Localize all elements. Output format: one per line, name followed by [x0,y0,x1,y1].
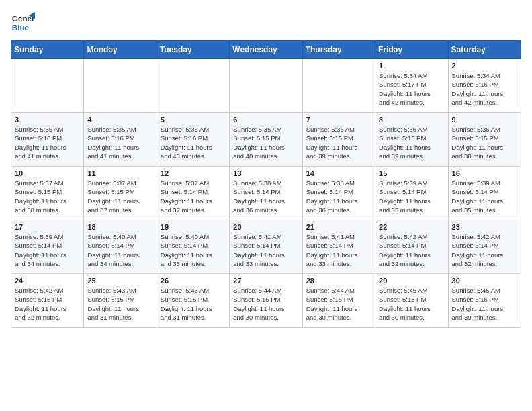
calendar-cell: 8Sunrise: 5:36 AM Sunset: 5:15 PM Daylig… [375,113,448,167]
day-number: 11 [87,169,152,177]
day-number: 21 [306,223,371,231]
calendar-cell: 26Sunrise: 5:43 AM Sunset: 5:15 PM Dayli… [157,274,229,328]
calendar-week-row: 10Sunrise: 5:37 AM Sunset: 5:15 PM Dayli… [11,167,521,220]
calendar-cell: 22Sunrise: 5:42 AM Sunset: 5:14 PM Dayli… [375,220,448,274]
day-info: Sunrise: 5:37 AM Sunset: 5:15 PM Dayligh… [15,179,80,214]
calendar-table: SundayMondayTuesdayWednesdayThursdayFrid… [11,40,521,328]
day-info: Sunrise: 5:38 AM Sunset: 5:14 PM Dayligh… [233,179,298,214]
day-number: 25 [87,277,152,285]
calendar-cell [157,59,229,113]
day-info: Sunrise: 5:42 AM Sunset: 5:14 PM Dayligh… [452,232,517,268]
calendar-header-cell: Friday [375,41,448,59]
day-number: 23 [452,223,517,231]
calendar-cell: 2Sunrise: 5:34 AM Sunset: 5:16 PM Daylig… [448,59,521,113]
svg-text:Blue: Blue [12,23,30,32]
calendar-cell: 21Sunrise: 5:41 AM Sunset: 5:14 PM Dayli… [302,220,375,274]
day-number: 16 [452,169,517,177]
day-number: 13 [233,169,298,177]
day-info: Sunrise: 5:35 AM Sunset: 5:15 PM Dayligh… [233,125,298,161]
day-number: 6 [233,116,298,124]
calendar-cell: 29Sunrise: 5:45 AM Sunset: 5:15 PM Dayli… [375,274,448,328]
day-info: Sunrise: 5:35 AM Sunset: 5:16 PM Dayligh… [15,125,80,161]
day-number: 30 [452,277,517,285]
day-number: 8 [379,116,444,124]
calendar-cell: 28Sunrise: 5:44 AM Sunset: 5:15 PM Dayli… [302,274,375,328]
day-info: Sunrise: 5:43 AM Sunset: 5:15 PM Dayligh… [161,286,226,322]
calendar-cell: 25Sunrise: 5:43 AM Sunset: 5:15 PM Dayli… [84,274,157,328]
day-info: Sunrise: 5:40 AM Sunset: 5:14 PM Dayligh… [161,232,226,268]
day-number: 29 [379,277,444,285]
calendar-cell: 23Sunrise: 5:42 AM Sunset: 5:14 PM Dayli… [448,220,521,274]
calendar-body: 1Sunrise: 5:34 AM Sunset: 5:17 PM Daylig… [11,59,521,328]
day-number: 20 [233,223,298,231]
day-number: 22 [379,223,444,231]
day-number: 10 [15,169,80,177]
calendar-week-row: 17Sunrise: 5:39 AM Sunset: 5:14 PM Dayli… [11,220,521,274]
day-number: 17 [15,223,80,231]
calendar-week-row: 3Sunrise: 5:35 AM Sunset: 5:16 PM Daylig… [11,113,521,167]
day-info: Sunrise: 5:37 AM Sunset: 5:15 PM Dayligh… [87,179,152,214]
day-number: 12 [161,169,226,177]
calendar-cell: 13Sunrise: 5:38 AM Sunset: 5:14 PM Dayli… [230,167,302,220]
calendar-header-cell: Monday [84,41,157,59]
day-info: Sunrise: 5:34 AM Sunset: 5:16 PM Dayligh… [452,71,517,107]
page-header: General Blue [11,11,521,35]
calendar-header-cell: Sunday [11,41,84,59]
logo: General Blue [11,11,35,35]
day-info: Sunrise: 5:37 AM Sunset: 5:14 PM Dayligh… [161,179,226,214]
calendar-cell: 12Sunrise: 5:37 AM Sunset: 5:14 PM Dayli… [157,167,229,220]
calendar-cell: 11Sunrise: 5:37 AM Sunset: 5:15 PM Dayli… [84,167,157,220]
day-number: 4 [87,116,152,124]
day-info: Sunrise: 5:42 AM Sunset: 5:15 PM Dayligh… [15,286,80,322]
day-info: Sunrise: 5:42 AM Sunset: 5:14 PM Dayligh… [379,232,444,268]
day-number: 7 [306,116,371,124]
day-info: Sunrise: 5:39 AM Sunset: 5:14 PM Dayligh… [452,179,517,214]
day-info: Sunrise: 5:41 AM Sunset: 5:14 PM Dayligh… [306,232,371,268]
calendar-cell: 18Sunrise: 5:40 AM Sunset: 5:14 PM Dayli… [84,220,157,274]
calendar-cell: 17Sunrise: 5:39 AM Sunset: 5:14 PM Dayli… [11,220,84,274]
day-info: Sunrise: 5:45 AM Sunset: 5:16 PM Dayligh… [452,286,517,322]
day-info: Sunrise: 5:39 AM Sunset: 5:14 PM Dayligh… [379,179,444,214]
calendar-cell: 30Sunrise: 5:45 AM Sunset: 5:16 PM Dayli… [448,274,521,328]
day-number: 1 [379,62,444,70]
day-info: Sunrise: 5:45 AM Sunset: 5:15 PM Dayligh… [379,286,444,322]
calendar-week-row: 24Sunrise: 5:42 AM Sunset: 5:15 PM Dayli… [11,274,521,328]
calendar-cell [84,59,157,113]
calendar-cell: 15Sunrise: 5:39 AM Sunset: 5:14 PM Dayli… [375,167,448,220]
day-number: 9 [452,116,517,124]
calendar-week-row: 1Sunrise: 5:34 AM Sunset: 5:17 PM Daylig… [11,59,521,113]
calendar-cell: 14Sunrise: 5:38 AM Sunset: 5:14 PM Dayli… [302,167,375,220]
day-info: Sunrise: 5:36 AM Sunset: 5:15 PM Dayligh… [306,125,371,161]
calendar-cell: 24Sunrise: 5:42 AM Sunset: 5:15 PM Dayli… [11,274,84,328]
calendar-cell [11,59,84,113]
day-number: 15 [379,169,444,177]
day-info: Sunrise: 5:43 AM Sunset: 5:15 PM Dayligh… [87,286,152,322]
day-info: Sunrise: 5:34 AM Sunset: 5:17 PM Dayligh… [379,71,444,107]
day-info: Sunrise: 5:35 AM Sunset: 5:16 PM Dayligh… [87,125,152,161]
calendar-cell: 9Sunrise: 5:36 AM Sunset: 5:15 PM Daylig… [448,113,521,167]
day-info: Sunrise: 5:38 AM Sunset: 5:14 PM Dayligh… [306,179,371,214]
calendar-header-cell: Tuesday [157,41,229,59]
logo-icon: General Blue [11,11,35,35]
calendar-cell [230,59,302,113]
calendar-header-cell: Wednesday [230,41,302,59]
calendar-cell: 5Sunrise: 5:35 AM Sunset: 5:16 PM Daylig… [157,113,229,167]
calendar-cell: 3Sunrise: 5:35 AM Sunset: 5:16 PM Daylig… [11,113,84,167]
day-info: Sunrise: 5:39 AM Sunset: 5:14 PM Dayligh… [15,232,80,268]
calendar-cell [302,59,375,113]
calendar-cell: 1Sunrise: 5:34 AM Sunset: 5:17 PM Daylig… [375,59,448,113]
calendar-header-row: SundayMondayTuesdayWednesdayThursdayFrid… [11,41,521,59]
day-info: Sunrise: 5:44 AM Sunset: 5:15 PM Dayligh… [306,286,371,322]
day-number: 3 [15,116,80,124]
day-number: 14 [306,169,371,177]
day-number: 2 [452,62,517,70]
calendar-cell: 20Sunrise: 5:41 AM Sunset: 5:14 PM Dayli… [230,220,302,274]
calendar-header-cell: Saturday [448,41,521,59]
calendar-cell: 16Sunrise: 5:39 AM Sunset: 5:14 PM Dayli… [448,167,521,220]
day-number: 26 [161,277,226,285]
calendar-header-cell: Thursday [302,41,375,59]
day-number: 28 [306,277,371,285]
day-info: Sunrise: 5:35 AM Sunset: 5:16 PM Dayligh… [161,125,226,161]
day-info: Sunrise: 5:41 AM Sunset: 5:14 PM Dayligh… [233,232,298,268]
calendar-cell: 27Sunrise: 5:44 AM Sunset: 5:15 PM Dayli… [230,274,302,328]
